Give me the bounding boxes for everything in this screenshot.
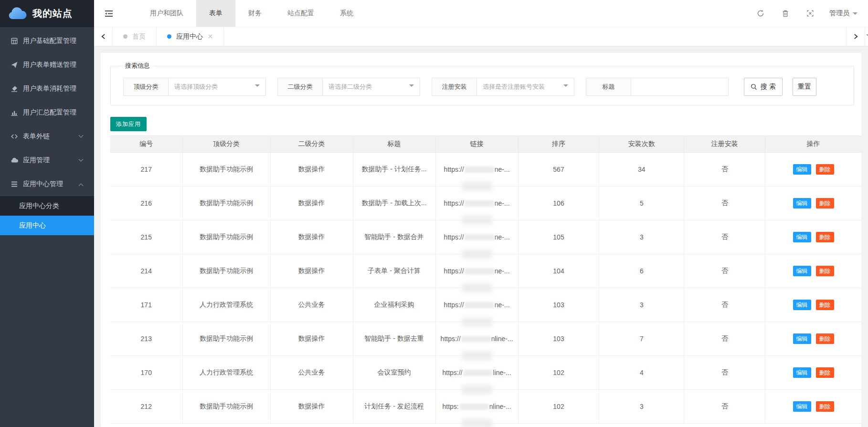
delete-button[interactable]: 删除 [816,164,834,175]
tabs-menu-icon[interactable] [865,27,868,46]
link-suffix: ne-... [495,199,510,207]
delete-button[interactable]: 删除 [816,266,834,276]
cell-link: https://ne-... [435,153,518,187]
fullscreen-icon[interactable] [798,10,823,17]
top-nav-tab-2[interactable]: 财务 [235,0,275,27]
cell-top-category: 人力行政管理系统 [182,288,270,322]
link-prefix: https:// [442,369,462,376]
top-nav-tab-3[interactable]: 站点配置 [275,0,327,27]
search-panel-title: 搜索信息 [121,62,154,70]
link-prefix: https:// [444,301,464,309]
reset-button[interactable]: 重置 [793,78,816,96]
cell-actions: 编辑删除 [765,390,861,424]
delete-button[interactable]: 删除 [816,401,834,412]
column-header: 二级分类 [270,136,353,153]
edit-button[interactable]: 编辑 [793,266,811,276]
link-suffix: nline-... [489,403,511,410]
cell-installs: 6 [599,254,684,288]
cell-registered: 否 [684,254,765,288]
edit-button[interactable]: 编辑 [793,367,811,378]
eraser-icon [11,85,18,93]
sidebar-item-3[interactable]: 用户汇总配置管理 [0,101,94,125]
cell-installs: 3 [599,390,684,424]
field-sub-category: 二级分类 请选择二级分类 [277,78,420,96]
trash-icon[interactable] [773,10,798,17]
link-suffix: ne-... [495,166,510,173]
edit-button[interactable]: 编辑 [793,198,811,208]
top-nav-tab-0[interactable]: 用户和团队 [137,0,196,27]
cell-sub-category: 数据操作 [270,220,353,254]
cell-top-category: 数据助手功能示例 [182,220,270,254]
top-nav-tab-4[interactable]: 系统 [327,0,366,27]
cell-link: https://ne-... [435,220,518,254]
sidebar-item-label: 应用中心管理 [23,180,79,188]
register-install-select[interactable]: 选择是否注册账号安装 [477,78,574,96]
edit-button[interactable]: 编辑 [793,333,811,344]
sidebar-item-4[interactable]: 表单外链 [0,125,94,148]
cell-id: 213 [110,322,182,356]
cell-installs: 5 [599,187,684,220]
top-category-select[interactable]: 请选择顶级分类 [169,78,266,96]
edit-button[interactable]: 编辑 [793,164,811,175]
delete-button[interactable]: 删除 [816,198,834,208]
top-category-placeholder: 请选择顶级分类 [174,83,252,91]
chevron-down-icon [79,156,84,161]
page-tabs: 首页应用中心 [113,27,224,46]
cell-top-category: 数据助手功能示例 [182,390,270,424]
sidebar-item-0[interactable]: 用户基础配置管理 [0,29,94,53]
link-prefix: https:// [441,335,461,343]
send-icon [11,61,18,69]
sidebar-subitem-1[interactable]: 应用中心 [0,216,94,235]
sidebar-item-5[interactable]: 应用管理 [0,148,94,172]
delete-button[interactable]: 删除 [816,300,834,310]
delete-button[interactable]: 删除 [816,367,834,378]
cloud-icon [11,156,18,164]
tabs-scroll-right-icon[interactable] [846,27,865,46]
tabs-scroll-left-icon[interactable] [94,27,113,46]
close-icon[interactable] [208,34,213,39]
register-install-label: 注册安装 [432,78,477,96]
page-tab-1[interactable]: 应用中心 [157,27,224,46]
cell-top-category: 数据助手功能示例 [182,153,270,187]
top-nav-tabs: 用户和团队表单财务站点配置系统 [137,0,366,27]
cell-link: https://line-... [435,356,518,390]
cell-installs: 34 [599,153,684,187]
edit-button[interactable]: 编辑 [793,401,811,412]
cell-title: 子表单 - 聚合计算 [353,254,435,288]
table-row: 171人力行政管理系统公共业务企业福利采购https://ne-...1033否… [110,288,861,322]
cell-title: 企业福利采购 [353,288,435,322]
cell-sub-category: 数据操作 [270,254,353,288]
add-app-button[interactable]: 添加应用 [110,117,147,131]
search-panel: 搜索信息 顶级分类 请选择顶级分类 二级分类 请选择二级分类 [110,62,854,105]
cell-actions: 编辑删除 [765,322,861,356]
edit-button[interactable]: 编辑 [793,300,811,310]
sidebar-item-2[interactable]: 用户表单消耗管理 [0,77,94,101]
cell-sub-category: 公共业务 [270,288,353,322]
title-input[interactable] [631,78,729,96]
sidebar-submenu: 应用中心分类应用中心 [0,196,94,235]
search-button-label: 搜 索 [761,83,776,91]
field-top-category: 顶级分类 请选择顶级分类 [123,78,266,96]
delete-button[interactable]: 删除 [816,333,834,344]
cell-id: 216 [110,187,182,220]
sub-category-select[interactable]: 请选择二级分类 [323,78,420,96]
chart-icon [11,109,18,116]
cell-actions: 编辑删除 [765,220,861,254]
field-title: 标题 [586,78,729,96]
cell-actions: 编辑删除 [765,356,861,390]
search-button[interactable]: 搜 索 [744,78,783,96]
page-tab-0[interactable]: 首页 [113,27,157,46]
sidebar-item-label: 用户基础配置管理 [23,37,83,45]
search-icon [751,83,757,90]
collapse-sidebar-icon[interactable] [94,0,124,27]
edit-button[interactable]: 编辑 [793,232,811,242]
admin-menu[interactable]: 管理员 [829,9,857,18]
sidebar-subitem-0[interactable]: 应用中心分类 [0,196,94,216]
sidebar-item-6[interactable]: 应用中心管理 [0,172,94,196]
delete-button[interactable]: 删除 [816,232,834,242]
cell-installs: 3 [599,288,684,322]
top-nav-tab-1[interactable]: 表单 [196,0,235,27]
sidebar-item-1[interactable]: 用户表单赠送管理 [0,53,94,77]
refresh-icon[interactable] [748,10,773,17]
link-suffix: ne-... [495,301,510,309]
